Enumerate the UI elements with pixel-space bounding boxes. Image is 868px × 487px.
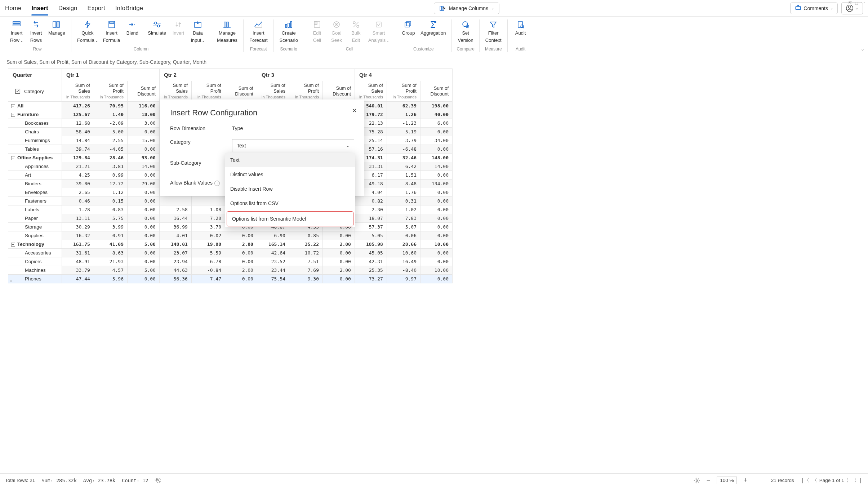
- prev-page-button[interactable]: 〈: [811, 477, 818, 484]
- first-page-button[interactable]: |〈: [801, 477, 810, 484]
- manage-columns-button[interactable]: Manage Columns ⌄: [434, 3, 499, 14]
- more-icon[interactable]: ⋯: [861, 1, 865, 5]
- option-text[interactable]: Text: [225, 153, 355, 167]
- cell[interactable]: 42.64: [257, 249, 289, 257]
- cell[interactable]: 0.00: [127, 214, 159, 223]
- row-header-furnsh[interactable]: Furnishings: [8, 136, 62, 145]
- info-icon[interactable]: i: [214, 181, 220, 186]
- cell[interactable]: 0.99: [94, 171, 127, 180]
- cell[interactable]: 2.65: [62, 188, 94, 197]
- cell[interactable]: 0.00: [420, 145, 452, 154]
- cell[interactable]: 33.79: [62, 266, 94, 275]
- cell[interactable]: 48.91: [62, 257, 94, 266]
- zoom-level[interactable]: 100 %: [717, 477, 737, 484]
- cell[interactable]: 57.37: [355, 223, 387, 231]
- option-disable-insert-row[interactable]: Disable Insert Row: [225, 182, 355, 196]
- row-drag-handle[interactable]: ≡: [10, 278, 12, 283]
- cell[interactable]: 21.93: [94, 257, 127, 266]
- cell[interactable]: 10.00: [420, 240, 452, 249]
- cell[interactable]: 2.00: [322, 266, 355, 275]
- cell[interactable]: 28.66: [387, 240, 420, 249]
- cell[interactable]: 14.00: [420, 162, 452, 171]
- cell[interactable]: 0.00: [127, 223, 159, 231]
- row-header-bind[interactable]: Binders: [8, 180, 62, 188]
- cell[interactable]: 0.00: [225, 231, 257, 240]
- pin-icon[interactable]: ⇱: [849, 1, 852, 5]
- cell[interactable]: 93.00: [127, 154, 159, 162]
- cell[interactable]: 3.00: [127, 119, 159, 128]
- row-header-phones[interactable]: ≡Phones: [8, 275, 62, 283]
- row-header-book[interactable]: Bookcases: [8, 119, 62, 128]
- cell[interactable]: 0.00: [420, 257, 452, 266]
- cell[interactable]: 0.00: [127, 249, 159, 257]
- header-q2[interactable]: Qtr 2: [159, 69, 257, 81]
- cell[interactable]: 0.15: [94, 197, 127, 205]
- comments-button[interactable]: Comments ⌄: [790, 3, 838, 14]
- cell[interactable]: 16.32: [62, 231, 94, 240]
- group-button[interactable]: Group: [399, 19, 418, 44]
- cell[interactable]: 10.00: [420, 266, 452, 275]
- cell[interactable]: 0.00: [420, 171, 452, 180]
- cell[interactable]: 44.63: [159, 266, 191, 275]
- cell[interactable]: 9.97: [387, 275, 420, 283]
- cell[interactable]: 70.95: [94, 102, 127, 110]
- cell[interactable]: 6.78: [191, 257, 225, 266]
- cell[interactable]: 1.12: [94, 188, 127, 197]
- cell[interactable]: 6.90: [257, 231, 289, 240]
- cell[interactable]: 0.31: [387, 197, 420, 205]
- manage-measures-button[interactable]: Manage Measures: [215, 19, 240, 44]
- cell[interactable]: 148.01: [159, 240, 191, 249]
- cell[interactable]: 30.29: [62, 223, 94, 231]
- cell[interactable]: 0.00: [322, 257, 355, 266]
- cell[interactable]: 0.00: [420, 197, 452, 205]
- cell[interactable]: 3.79: [387, 136, 420, 145]
- cell[interactable]: 4.57: [94, 266, 127, 275]
- cell[interactable]: 73.27: [355, 275, 387, 283]
- row-header-acc[interactable]: Accessories: [8, 249, 62, 257]
- tab-infobridge[interactable]: InfoBridge: [115, 5, 143, 12]
- cell[interactable]: 5.75: [94, 214, 127, 223]
- cell[interactable]: 0.00: [225, 275, 257, 283]
- cell[interactable]: 0.00: [420, 205, 452, 214]
- cell[interactable]: 25.35: [355, 266, 387, 275]
- cell[interactable]: 36.99: [159, 223, 191, 231]
- tab-home[interactable]: Home: [5, 5, 21, 12]
- invert-rows-button[interactable]: Invert Rows: [27, 19, 45, 44]
- cell[interactable]: 0.00: [322, 275, 355, 283]
- zoom-out-button[interactable]: −: [707, 477, 711, 484]
- cell[interactable]: 1.26: [387, 110, 420, 119]
- cell[interactable]: -0.85: [289, 231, 322, 240]
- audit-button[interactable]: Audit: [511, 19, 530, 44]
- cell[interactable]: 2.58: [159, 205, 191, 214]
- cell[interactable]: -1.23: [387, 119, 420, 128]
- cell[interactable]: 18.00: [127, 110, 159, 119]
- cell[interactable]: 8.63: [94, 249, 127, 257]
- cell[interactable]: 0.00: [420, 231, 452, 240]
- cell[interactable]: 19.00: [191, 240, 225, 249]
- cell[interactable]: 23.07: [159, 249, 191, 257]
- cell[interactable]: 16.49: [387, 257, 420, 266]
- cell[interactable]: 23.94: [159, 257, 191, 266]
- tab-insert[interactable]: Insert: [31, 5, 48, 12]
- cell[interactable]: 14.84: [62, 136, 94, 145]
- close-button[interactable]: ✕: [352, 107, 357, 115]
- data-input-button[interactable]: Data Input⌄: [188, 19, 207, 44]
- zoom-in-button[interactable]: +: [743, 477, 747, 484]
- header-q1[interactable]: Qtr 1: [62, 69, 159, 81]
- cell[interactable]: -0.84: [191, 266, 225, 275]
- row-header-tables[interactable]: Tables: [8, 145, 62, 154]
- cell[interactable]: 198.00: [420, 102, 452, 110]
- cell[interactable]: 35.22: [289, 240, 322, 249]
- cell[interactable]: 14.00: [127, 162, 159, 171]
- cell[interactable]: 23.52: [257, 257, 289, 266]
- cell[interactable]: 0.02: [191, 231, 225, 240]
- cell[interactable]: 2.00: [225, 240, 257, 249]
- cell[interactable]: 0.00: [225, 249, 257, 257]
- cell[interactable]: 41.09: [94, 240, 127, 249]
- tab-design[interactable]: Design: [58, 5, 77, 12]
- cell[interactable]: 0.00: [127, 171, 159, 180]
- cell[interactable]: 5.00: [127, 240, 159, 249]
- tab-export[interactable]: Export: [88, 5, 105, 12]
- last-page-button[interactable]: 〉|: [854, 477, 863, 484]
- option-semantic-model[interactable]: Options list from Semantic Model: [227, 211, 353, 226]
